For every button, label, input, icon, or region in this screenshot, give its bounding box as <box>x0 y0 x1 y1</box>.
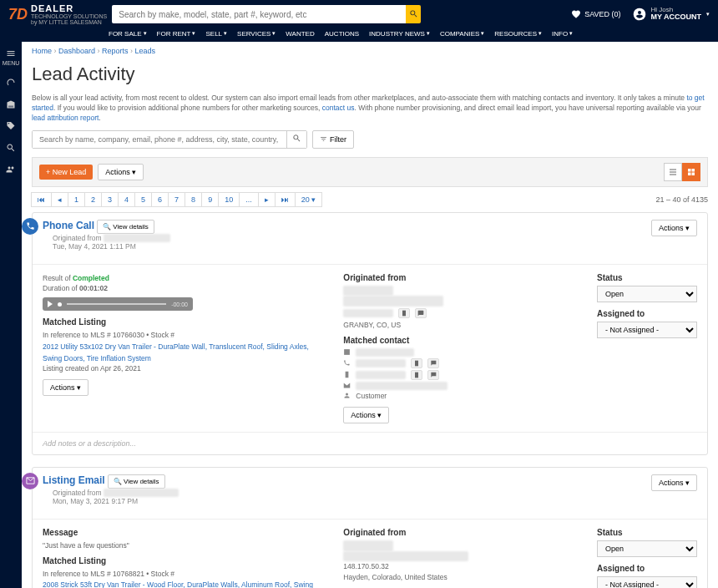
view-details-button[interactable]: 🔍 View details <box>108 474 165 489</box>
view-list-button[interactable] <box>664 163 682 181</box>
page-prev[interactable]: ◂ <box>51 192 68 207</box>
lead-actions-menu[interactable]: Actions ▾ <box>651 220 697 236</box>
brand-line2: TECHNOLOGY SOLUTIONS <box>31 13 107 19</box>
page-7[interactable]: 7 <box>168 192 185 207</box>
status-select[interactable]: Open <box>597 286 697 302</box>
page-9[interactable]: 9 <box>201 192 219 207</box>
originated-header: Originated from <box>343 528 580 537</box>
crumb-home[interactable]: Home <box>32 47 52 55</box>
listing-actions[interactable]: Actions ▾ <box>43 379 88 396</box>
global-search <box>112 5 421 23</box>
users-icon[interactable] <box>6 165 16 175</box>
lead-search-input[interactable] <box>33 131 286 148</box>
brand-line3: by MY LITTLE SALESMAN <box>31 19 107 25</box>
contact-actions[interactable]: Actions ▾ <box>343 407 389 423</box>
global-search-button[interactable] <box>406 5 421 23</box>
crumb-leads[interactable]: Leads <box>135 47 156 55</box>
page-next[interactable]: ▸ <box>258 192 276 207</box>
nav-wanted[interactable]: WANTED <box>286 30 314 38</box>
page-last[interactable]: ⏭ <box>275 192 296 207</box>
page-description: Below is all your lead activity, from mo… <box>32 94 708 124</box>
menu-toggle[interactable]: MENU <box>3 48 20 66</box>
page-6[interactable]: 6 <box>151 192 169 207</box>
listing-link[interactable]: 2008 Strick 53ft Dry Van Trailer - Wood … <box>43 580 313 588</box>
filter-button[interactable]: Filter <box>312 130 354 149</box>
matched-contact-header: Matched contact <box>343 336 580 345</box>
call-chip[interactable] <box>411 370 422 380</box>
lead-actions-menu[interactable]: Actions ▾ <box>651 474 697 491</box>
nav-services[interactable]: SERVICES▾ <box>237 30 276 38</box>
actions-menu[interactable]: Actions ▾ <box>98 164 144 180</box>
filter-icon <box>320 135 327 143</box>
page-8[interactable]: 8 <box>185 192 202 207</box>
message-body: "Just have a few questions" <box>43 540 326 551</box>
status-label: Status <box>597 273 697 282</box>
brand-line1: DEALER <box>31 4 107 13</box>
notes-input[interactable]: Add notes or a description... <box>33 432 707 454</box>
view-details-button[interactable]: 🔍 View details <box>97 220 154 234</box>
nav-sell[interactable]: SELL▾ <box>205 30 227 38</box>
phone-icon <box>343 359 351 367</box>
chat-icon[interactable] <box>417 310 424 317</box>
mail-icon <box>26 476 35 485</box>
matched-listing-header: Matched Listing <box>43 317 326 327</box>
nav-for-sale[interactable]: FOR SALE▾ <box>109 30 147 38</box>
origin-location: GRANBY, CO, US <box>343 320 580 331</box>
global-search-input[interactable] <box>112 5 406 23</box>
sms-chip[interactable] <box>427 370 439 380</box>
new-lead-button[interactable]: + New Lead <box>39 165 93 180</box>
mobile-icon <box>343 371 351 378</box>
assigned-label: Assigned to <box>597 564 697 573</box>
page-1[interactable]: 1 <box>68 192 85 207</box>
search-icon[interactable] <box>6 143 16 153</box>
play-icon <box>48 301 53 307</box>
assigned-label: Assigned to <box>597 309 697 318</box>
account-label: MY ACCOUNT <box>651 13 702 22</box>
search-icon <box>292 134 301 143</box>
nav-companies[interactable]: COMPANIES▾ <box>440 30 484 38</box>
contact-us-link[interactable]: contact us <box>322 104 355 112</box>
list-icon <box>668 167 678 177</box>
lead-search <box>32 130 307 149</box>
crumb-reports[interactable]: Reports <box>102 47 129 55</box>
assigned-select[interactable]: - Not Assigned - <box>597 576 697 588</box>
call-chip[interactable] <box>411 358 422 368</box>
view-card-button[interactable] <box>682 163 700 181</box>
page-size[interactable]: 20 ▾ <box>295 192 323 207</box>
account-menu[interactable]: Hi Josh MY ACCOUNT ▾ <box>633 7 710 23</box>
attribution-link[interactable]: lead attribution report <box>32 114 99 122</box>
phone-icon[interactable] <box>401 310 407 317</box>
nav-auctions[interactable]: AUCTIONS <box>325 30 359 38</box>
nav-info[interactable]: INFO▾ <box>552 30 573 38</box>
lead-title[interactable]: Phone Call <box>43 220 94 231</box>
logo-mark-icon: 7D <box>8 6 28 23</box>
lead-search-button[interactable] <box>286 131 306 148</box>
gauge-icon[interactable] <box>6 78 16 88</box>
result-count: 21 – 40 of 4135 <box>655 195 708 204</box>
matched-listing-header: Matched Listing <box>43 556 326 565</box>
audio-player[interactable]: -00:00 <box>43 297 193 311</box>
page-more[interactable]: ... <box>239 192 259 207</box>
listing-link[interactable]: 2012 Utility 53x102 Dry Van Trailer - Du… <box>43 342 309 362</box>
nav-news[interactable]: INDUSTRY NEWS▾ <box>369 30 430 38</box>
page-title: Lead Activity <box>32 63 708 85</box>
status-select[interactable]: Open <box>597 540 697 557</box>
lead-title[interactable]: Listing Email <box>43 474 105 486</box>
page-first[interactable]: ⏮ <box>31 192 52 207</box>
page-4[interactable]: 4 <box>118 192 135 207</box>
tag-icon[interactable] <box>6 121 16 131</box>
building-icon[interactable] <box>6 99 16 109</box>
origin-location: Hayden, Colorado, United States <box>343 572 580 583</box>
brand-logo[interactable]: 7D DEALER TECHNOLOGY SOLUTIONS by MY LIT… <box>8 4 107 25</box>
page-5[interactable]: 5 <box>134 192 152 207</box>
saved-link[interactable]: SAVED (0) <box>571 9 620 19</box>
nav-for-rent[interactable]: FOR RENT▾ <box>157 30 196 38</box>
page-2[interactable]: 2 <box>84 192 102 207</box>
crumb-dashboard[interactable]: Dashboard <box>58 47 95 55</box>
page-3[interactable]: 3 <box>101 192 119 207</box>
page-10[interactable]: 10 <box>218 192 240 207</box>
sms-chip[interactable] <box>427 358 439 368</box>
menu-label: MENU <box>3 60 20 66</box>
nav-resources[interactable]: RESOURCES▾ <box>494 30 542 38</box>
assigned-select[interactable]: - Not Assigned - <box>597 322 697 338</box>
